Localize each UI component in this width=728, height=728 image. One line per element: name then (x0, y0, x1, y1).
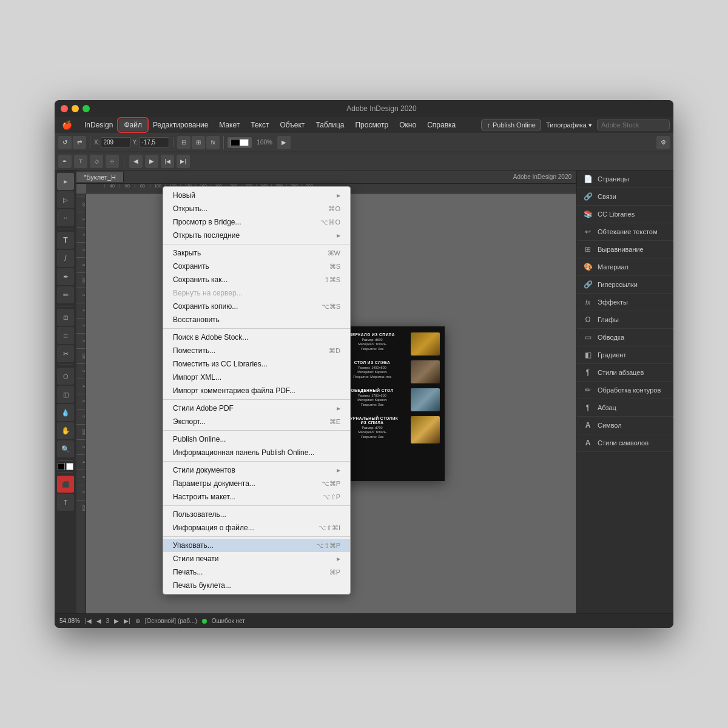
panel-para-styles[interactable]: ¶ Стили абзацев (577, 364, 673, 382)
apple-menu[interactable]: 🍎 (58, 120, 76, 130)
nav-prev[interactable]: |◀ (85, 618, 92, 624)
tool-pen-icon[interactable]: ✒ (58, 155, 72, 168)
fill-color[interactable] (58, 463, 65, 470)
tool-eyedropper[interactable]: 💧 (57, 404, 74, 421)
tool-pen[interactable]: ✒ (57, 268, 74, 285)
menu-row-place-cc[interactable]: Поместить из CC Libraries... (163, 357, 350, 371)
menu-row-print-booklet[interactable]: Печать буклета... (163, 579, 350, 592)
tool-rect[interactable]: □ (57, 327, 74, 344)
menu-row-print-styles[interactable]: Стили печати ▸ (163, 552, 350, 565)
publish-online-button[interactable]: ↑ Publish Online (481, 120, 541, 130)
nav-next[interactable]: ▶| (124, 618, 130, 624)
panel-align[interactable]: ⊞ Выравнивание (577, 241, 673, 258)
menu-item-object[interactable]: Объект (275, 119, 310, 131)
menu-row-print[interactable]: Печать... ⌘P (163, 565, 350, 579)
panel-glyphs[interactable]: Ω Глифы (577, 311, 673, 329)
tool-line[interactable]: / (57, 250, 74, 267)
tool-type-icon[interactable]: T (74, 155, 87, 168)
tool-preview[interactable]: ⬛ (57, 476, 74, 493)
tool-gap[interactable]: ↔ (57, 209, 74, 226)
minimize-button[interactable] (72, 105, 79, 112)
tool-select[interactable]: ▸ (57, 173, 74, 190)
panel-links[interactable]: 🔗 Связи (577, 188, 673, 206)
menu-item-window[interactable]: Окно (394, 119, 421, 131)
x-input[interactable] (101, 137, 131, 147)
panel-material[interactable]: 🎨 Материал (577, 258, 673, 276)
tool-scissors[interactable]: ✂ (57, 345, 74, 362)
settings-icon[interactable]: ⚙ (656, 136, 670, 149)
panel-pages[interactable]: 📄 Страницы (577, 170, 673, 188)
tool-path-icon[interactable]: ⊹ (106, 155, 119, 168)
panel-text-wrap[interactable]: ↩ Обтекание текстом (577, 223, 673, 241)
panel-char-styles[interactable]: A Стили символов (577, 434, 673, 452)
tool-prev-icon[interactable]: ◀ (129, 155, 143, 168)
nav-forward[interactable]: ▶ (114, 618, 119, 624)
file-dropdown-menu[interactable]: Новый ▸ Открыть... ⌘O Просмотр в Bridge.… (163, 186, 351, 595)
panel-stroke[interactable]: ▭ Обводка (577, 329, 673, 346)
adobe-stock-search[interactable] (597, 120, 670, 130)
tool-direct-select[interactable]: ▷ (57, 191, 74, 208)
menu-row-import-xml[interactable]: Импорт XML... (163, 371, 350, 384)
panel-cc-libraries[interactable]: 📚 CC Libraries (577, 206, 673, 223)
menu-row-save-copy[interactable]: Сохранить копию... ⌥⌘S (163, 300, 350, 313)
menu-row-import-pdf[interactable]: Импорт комментариев файла PDF... (163, 384, 350, 397)
menu-row-open[interactable]: Открыть... ⌘O (163, 202, 350, 215)
panel-pathfinder[interactable]: ✏ Обработка контуров (577, 382, 673, 399)
menu-item-text[interactable]: Текст (246, 119, 274, 131)
menu-row-package[interactable]: Упаковать... ⌥⇧⌘P (163, 539, 350, 552)
menu-row-bridge[interactable]: Просмотр в Bridge... ⌥⌘O (163, 215, 350, 229)
menu-row-close[interactable]: Закрыть ⌘W (163, 246, 350, 260)
tool-rotate-icon[interactable]: ↺ (58, 136, 72, 149)
tool-flip-icon[interactable]: ⇄ (73, 136, 86, 149)
menu-row-doc-styles[interactable]: Стили документов ▸ (163, 463, 350, 477)
menu-row-recent[interactable]: Открыть последние ▸ (163, 229, 350, 242)
menu-item-edit[interactable]: Редактирование (148, 119, 213, 131)
typography-button[interactable]: Типографика ▾ (546, 121, 592, 129)
menu-row-restore[interactable]: Восстановить (163, 313, 350, 326)
stroke-color[interactable] (66, 463, 73, 470)
menu-row-stock-search[interactable]: Поиск в Adobe Stock... (163, 331, 350, 344)
page-add[interactable]: ⊕ (135, 618, 140, 624)
tool-next-icon[interactable]: ▶ (145, 155, 158, 168)
tool-gradient[interactable]: ◫ (57, 386, 74, 403)
panel-effects[interactable]: fx Эффекты (577, 294, 673, 311)
menu-item-help[interactable]: Справка (422, 119, 460, 131)
maximize-button[interactable] (83, 105, 90, 112)
menu-row-adjust-layout[interactable]: Настроить макет... ⌥⇧P (163, 490, 350, 504)
tool-hand[interactable]: ✋ (57, 422, 74, 439)
menu-item-view[interactable]: Просмотр (350, 119, 393, 131)
panel-paragraph[interactable]: ¶ Абзац (577, 399, 673, 417)
menu-row-pdf-styles[interactable]: Стили Adobe PDF ▸ (163, 402, 350, 415)
tool-fx-icon[interactable]: fx (206, 136, 220, 149)
panel-character[interactable]: A Символ (577, 417, 673, 434)
tool-text[interactable]: T (57, 232, 74, 249)
tool-grid-icon[interactable]: ⊞ (192, 136, 205, 149)
panel-gradient[interactable]: ◧ Градиент (577, 346, 673, 364)
tool-rect-frame[interactable]: ⊡ (57, 309, 74, 326)
menu-item-table[interactable]: Таблица (311, 119, 349, 131)
canvas-area[interactable]: *Буклет_Н Adobe InDesign 2020 40 60 80 1… (76, 170, 576, 613)
menu-row-save-as[interactable]: Сохранить как... ⇧⌘S (163, 273, 350, 286)
tool-zoom[interactable]: 🔍 (57, 440, 74, 457)
menu-row-publish-panel[interactable]: Информационная панель Publish Online... (163, 446, 350, 459)
tool-align-icon[interactable]: ⊟ (177, 136, 190, 149)
menu-row-doc-setup[interactable]: Параметры документа... ⌥⌘P (163, 477, 350, 490)
menu-row-save[interactable]: Сохранить ⌘S (163, 260, 350, 273)
menu-item-indesign[interactable]: InDesign (79, 119, 118, 131)
menu-row-user[interactable]: Пользователь... (163, 508, 350, 521)
tool-end-icon[interactable]: ▶| (177, 155, 190, 168)
menu-row-new[interactable]: Новый ▸ (163, 189, 350, 202)
close-button[interactable] (61, 105, 68, 112)
expand-icon[interactable]: ▶ (277, 136, 291, 149)
menu-row-file-info[interactable]: Информация о файле... ⌥⇧⌘I (163, 521, 350, 534)
color-swatch[interactable] (228, 137, 252, 148)
menu-item-layout[interactable]: Макет (214, 119, 244, 131)
tool-start-icon[interactable]: |◀ (161, 155, 174, 168)
y-input[interactable] (139, 137, 169, 147)
menu-row-export[interactable]: Экспорт... ⌘E (163, 415, 350, 428)
menu-item-file[interactable]: Файл (119, 119, 147, 131)
panel-hyperlinks[interactable]: 🔗 Гиперссылки (577, 276, 673, 294)
tool-free-transform[interactable]: ⬡ (57, 368, 74, 385)
menu-row-publish-online[interactable]: Publish Online... (163, 433, 350, 446)
tool-pencil[interactable]: ✏ (57, 286, 74, 303)
